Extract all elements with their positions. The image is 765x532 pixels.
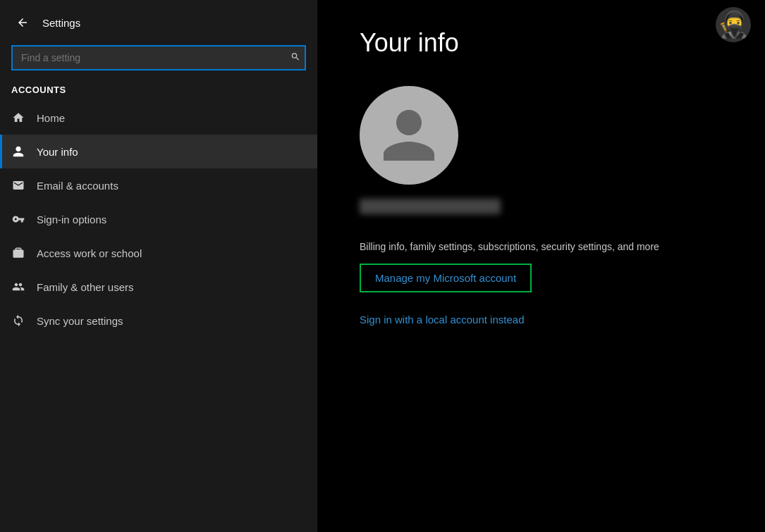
avatar-user-icon xyxy=(377,104,441,167)
accounts-section-label: Accounts xyxy=(0,82,317,101)
briefcase-icon xyxy=(11,246,25,260)
main-content: 🥷 Your info Billing info, family setting… xyxy=(317,0,765,532)
manage-account-button[interactable]: Manage my Microsoft account xyxy=(360,264,532,292)
sidebar-header: Settings xyxy=(0,0,317,39)
sidebar-item-sign-in-options[interactable]: Sign-in options xyxy=(0,202,317,236)
home-icon xyxy=(11,111,25,125)
sidebar-item-work-label: Access work or school xyxy=(37,247,142,259)
sidebar-item-access-work[interactable]: Access work or school xyxy=(0,236,317,270)
sidebar-item-family[interactable]: Family & other users xyxy=(0,270,317,304)
sign-in-local-link[interactable]: Sign in with a local account instead xyxy=(360,314,723,326)
sidebar-item-sync[interactable]: Sync your settings xyxy=(0,304,317,338)
family-icon xyxy=(11,280,25,294)
settings-title: Settings xyxy=(42,17,80,29)
sidebar-item-home[interactable]: Home xyxy=(0,101,317,135)
page-title: Your info xyxy=(360,28,723,58)
username-blurred xyxy=(360,199,501,214)
key-icon xyxy=(11,212,25,226)
person-icon xyxy=(11,144,25,159)
sidebar-item-signin-label: Sign-in options xyxy=(37,214,106,225)
sidebar-item-family-label: Family & other users xyxy=(37,281,134,293)
sign-in-local-label: Sign in with a local account instead xyxy=(360,314,524,326)
sidebar-nav: Home Your info Email & accounts Sign-in … xyxy=(0,101,317,338)
sidebar-item-sync-label: Sync your settings xyxy=(37,315,123,327)
search-input[interactable] xyxy=(11,45,306,70)
back-button[interactable] xyxy=(11,11,34,34)
sidebar-item-home-label: Home xyxy=(37,112,65,124)
sidebar-item-email-label: Email & accounts xyxy=(37,180,118,192)
sidebar-item-email-accounts[interactable]: Email & accounts xyxy=(0,168,317,202)
sidebar-item-your-info[interactable]: Your info xyxy=(0,135,317,168)
manage-account-label: Manage my Microsoft account xyxy=(375,272,516,284)
avatar-area xyxy=(360,86,723,220)
sidebar-item-your-info-label: Your info xyxy=(37,146,78,158)
sync-icon xyxy=(11,314,25,328)
billing-info-text: Billing info, family settings, subscript… xyxy=(360,241,723,252)
ninja-emoji: 🥷 xyxy=(718,12,749,37)
avatar-circle xyxy=(360,86,458,185)
email-icon xyxy=(11,178,25,192)
search-icon-button[interactable] xyxy=(290,52,300,64)
top-right-avatar: 🥷 xyxy=(716,7,751,42)
search-container xyxy=(11,45,306,70)
sidebar: Settings Accounts Home Your info xyxy=(0,0,317,532)
